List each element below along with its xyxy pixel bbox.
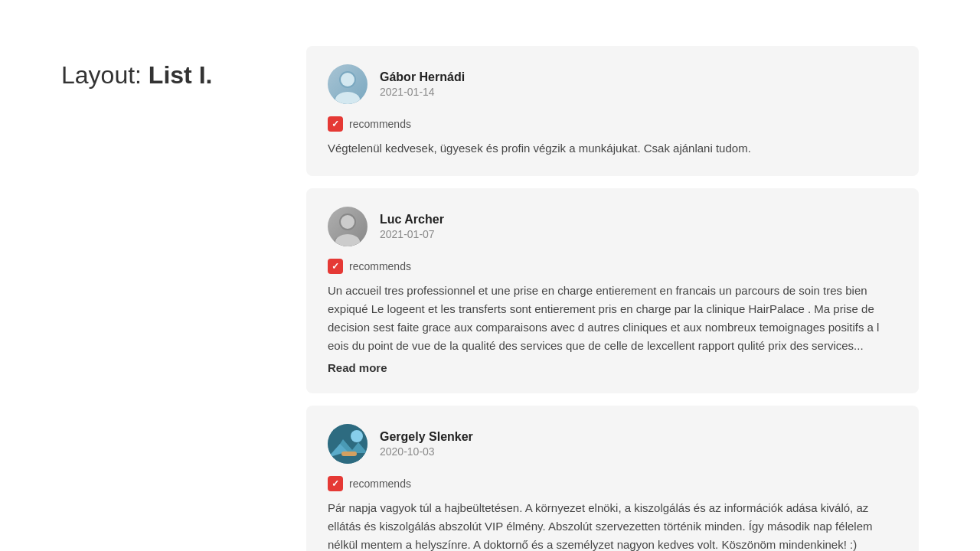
recommends-icon — [328, 116, 343, 132]
read-more-link[interactable]: Read more — [328, 361, 387, 374]
recommends-icon — [328, 476, 343, 491]
review-date: 2021-01-14 — [380, 86, 465, 98]
review-card: Gábor Hernádi 2021-01-14 recommends Végt… — [306, 46, 919, 176]
review-date: 2020-10-03 — [380, 445, 473, 458]
recommends-label: recommends — [349, 118, 411, 130]
reviewer-name: Gábor Hernádi — [380, 70, 465, 84]
review-text: Végtelenül kedvesek, ügyesek és profin v… — [328, 139, 897, 158]
recommends-icon — [328, 259, 343, 274]
review-text: Un accueil tres professionnel et une pri… — [328, 282, 897, 355]
svg-point-2 — [341, 73, 354, 86]
recommends-label: recommends — [349, 260, 411, 272]
reviewer-info: Gergely Slenker 2020-10-03 — [380, 430, 473, 458]
avatar — [328, 424, 368, 464]
svg-point-6 — [341, 215, 354, 229]
reviews-list: Gábor Hernádi 2021-01-14 recommends Végt… — [306, 46, 919, 551]
review-text: Pár napja vagyok túl a hajbeültetésen. A… — [328, 499, 897, 551]
reviewer-name: Gergely Slenker — [380, 430, 473, 444]
avatar — [328, 207, 368, 246]
page-title: Layout: List I. — [61, 46, 245, 90]
reviewer-info: Luc Archer 2021-01-07 — [380, 213, 444, 240]
recommends-badge: recommends — [328, 116, 897, 132]
svg-point-11 — [351, 430, 363, 442]
recommends-label: recommends — [349, 478, 411, 490]
recommends-badge: recommends — [328, 476, 897, 491]
svg-point-7 — [335, 234, 360, 246]
svg-rect-8 — [328, 424, 368, 464]
avatar — [328, 64, 368, 104]
review-header: Gábor Hernádi 2021-01-14 — [328, 64, 897, 104]
review-card: Luc Archer 2021-01-07 recommends Un accu… — [306, 188, 919, 393]
review-card: Gergely Slenker 2020-10-03 recommends Pá… — [306, 406, 919, 551]
svg-point-3 — [335, 92, 360, 104]
review-date: 2021-01-07 — [380, 228, 444, 240]
reviewer-name: Luc Archer — [380, 213, 444, 227]
reviewer-info: Gábor Hernádi 2021-01-14 — [380, 70, 465, 98]
review-header: Gergely Slenker 2020-10-03 — [328, 424, 897, 464]
svg-rect-12 — [341, 452, 357, 456]
review-header: Luc Archer 2021-01-07 — [328, 207, 897, 246]
recommends-badge: recommends — [328, 259, 897, 274]
